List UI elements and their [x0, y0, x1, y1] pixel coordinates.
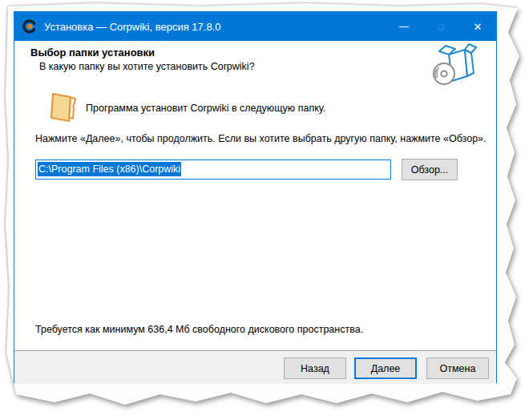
- window-title: Установка — Corpwiki, версия 17.8.0: [44, 21, 221, 33]
- install-info-row: Программа установит Corpwiki в следующую…: [45, 91, 325, 125]
- install-path-value: C:\Program Files (x86)\Corpwiki: [38, 162, 181, 176]
- button-bar: Назад Далее Отмена: [14, 350, 496, 384]
- page-subtitle: В какую папку вы хотите установить Corpw…: [39, 61, 255, 72]
- page-title: Выбор папки установки: [30, 46, 155, 59]
- cancel-button[interactable]: Отмена: [426, 357, 489, 379]
- wizard-page: Выбор папки установки В какую папку вы х…: [14, 41, 496, 350]
- instruction-text: Нажмите «Далее», чтобы продолжить. Если …: [35, 133, 487, 144]
- app-icon: [22, 19, 37, 34]
- browse-button[interactable]: Обзор...: [402, 159, 458, 180]
- screenshot-canvas: Установка — Corpwiki, версия 17.8.0 — □ …: [0, 0, 529, 420]
- maximize-icon: □: [422, 12, 459, 41]
- close-icon[interactable]: ✕: [459, 12, 496, 41]
- installer-window: Установка — Corpwiki, версия 17.8.0 — □ …: [14, 11, 497, 383]
- back-button[interactable]: Назад: [284, 357, 346, 379]
- install-path-input[interactable]: C:\Program Files (x86)\Corpwiki: [35, 160, 391, 180]
- folder-icon: [45, 91, 80, 125]
- titlebar[interactable]: Установка — Corpwiki, версия 17.8.0 — □ …: [14, 12, 496, 41]
- disk-space-text: Требуется как минимум 636,4 Мб свободног…: [35, 324, 363, 335]
- install-info-text: Программа установит Corpwiki в следующую…: [86, 103, 325, 114]
- software-box-icon: [432, 42, 479, 87]
- minimize-icon[interactable]: —: [386, 12, 422, 41]
- window-controls: — □ ✕: [386, 12, 496, 41]
- next-button[interactable]: Далее: [354, 357, 417, 379]
